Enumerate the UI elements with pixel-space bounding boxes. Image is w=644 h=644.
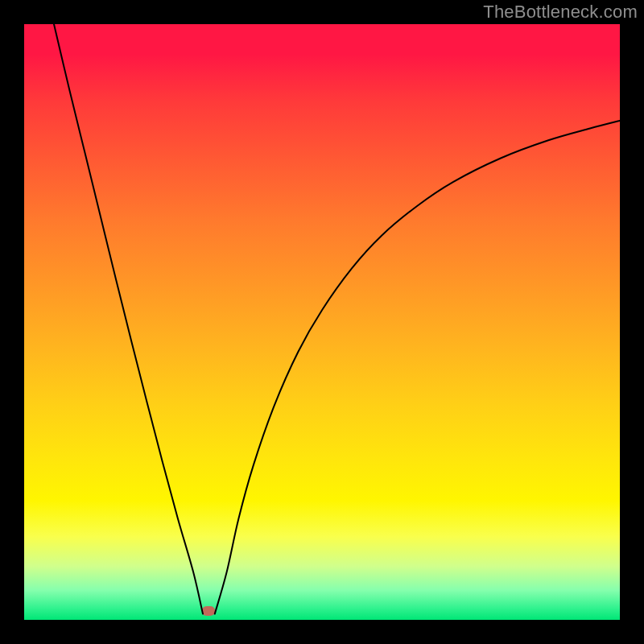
curve-layer <box>24 24 620 620</box>
chart-frame: TheBottleneck.com <box>0 0 644 644</box>
plot-area <box>24 24 620 620</box>
curve-left-branch <box>54 24 203 614</box>
curve-right-branch <box>215 121 620 614</box>
watermark-label: TheBottleneck.com <box>483 2 638 23</box>
